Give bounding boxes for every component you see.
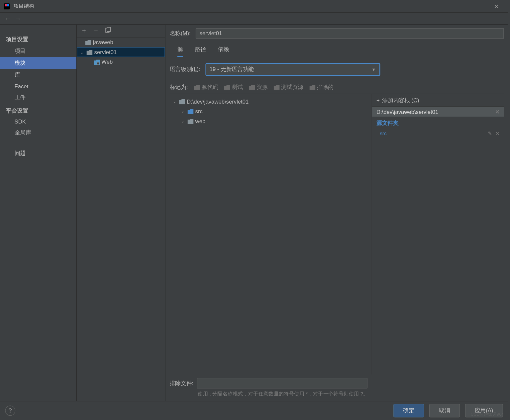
cancel-button[interactable]: 取消 [429, 404, 460, 417]
tabs: 源 路径 依赖 [170, 45, 504, 57]
module-label: Web [101, 59, 113, 65]
sidebar-item-global-libs[interactable]: 全局库 [0, 127, 76, 139]
select-value: 19 - 无新语言功能 [210, 66, 254, 73]
module-tree-item[interactable]: javaweb [77, 38, 165, 47]
chevron-down-icon[interactable]: ⌄ [79, 50, 85, 54]
chevron-down-icon[interactable]: ⌄ [171, 99, 177, 104]
plus-icon: + [376, 97, 380, 104]
tab-paths[interactable]: 路径 [195, 45, 206, 57]
tab-dependencies[interactable]: 依赖 [218, 45, 229, 57]
exclude-files-label: 排除文件: [170, 379, 193, 387]
content-root-tree-item[interactable]: ⌄ D:\dev\javaweb\servlet01 [170, 97, 372, 107]
app-icon [3, 3, 10, 10]
chevron-right-icon[interactable]: › [180, 119, 186, 124]
remove-icon[interactable]: − [92, 27, 100, 35]
folder-icon [188, 119, 194, 124]
watermark: CSDN @伽递964 [470, 411, 504, 417]
chevron-down-icon: ▼ [371, 67, 376, 72]
section-header-project: 项目设置 [0, 34, 76, 45]
ok-button[interactable]: 确定 [393, 404, 424, 417]
module-details: 名称(M): 源 路径 依赖 语言级别(L): 19 - 无新语言功能 ▼ 标 [165, 25, 508, 401]
sidebar-item-modules[interactable]: 模块 [0, 57, 76, 69]
sidebar-item-facet[interactable]: Facet [0, 81, 76, 92]
language-level-select[interactable]: 19 - 无新语言功能 ▼ [205, 63, 380, 76]
titlebar: 项目结构 ✕ [0, 0, 508, 13]
sidebar-item-problems[interactable]: 问题 [0, 147, 76, 159]
settings-sidebar: 项目设置 项目 模块 库 Facet 工件 平台设置 SDK 全局库 问题 [0, 25, 77, 401]
module-name-input[interactable] [196, 28, 504, 39]
module-tree-item[interactable]: ⌄ servlet01 [77, 47, 165, 57]
content-root-row[interactable]: D:\dev\javaweb\servlet01 ✕ [372, 107, 504, 117]
copy-icon[interactable] [104, 27, 112, 35]
edit-icon[interactable]: ✎ [488, 130, 492, 136]
add-content-root[interactable]: + 添加内容根 (C) [372, 94, 504, 107]
mark-resources[interactable]: 资源 [249, 83, 267, 91]
exclude-files-input[interactable] [197, 378, 367, 388]
close-icon[interactable]: ✕ [488, 0, 505, 13]
folder-tree-item[interactable]: › web [170, 116, 372, 126]
modules-panel: + − javaweb ⌄ servlet01 Web [77, 25, 165, 401]
mark-tests[interactable]: 测试 [224, 83, 243, 91]
sidebar-item-project[interactable]: 项目 [0, 45, 76, 57]
mark-sources[interactable]: 源代码 [194, 83, 218, 91]
source-folder-row[interactable]: src ✎ ✕ [372, 129, 504, 137]
mark-excluded[interactable]: 排除的 [309, 83, 334, 91]
bottom-bar: ? 确定 取消 应用(A) [0, 401, 508, 420]
remove-icon[interactable]: ✕ [495, 109, 500, 115]
svg-rect-1 [5, 4, 7, 6]
help-icon[interactable]: ? [5, 405, 15, 416]
content-root-label: D:\dev\javaweb\servlet01 [376, 109, 438, 115]
module-tree-item[interactable]: Web [77, 57, 165, 67]
folder-icon [188, 109, 194, 114]
source-folders-header: 源文件夹 [372, 117, 504, 129]
exclude-hint: 使用 ; 分隔名称模式，对于任意数量的符号使用 *，对于一个符号则使用 ?。 [170, 388, 370, 397]
mark-as-label: 标记为: [170, 83, 188, 91]
section-header-platform: 平台设置 [0, 105, 76, 116]
remove-icon[interactable]: ✕ [495, 130, 500, 136]
folder-label: web [195, 118, 206, 124]
svg-rect-2 [7, 4, 9, 6]
module-label: javaweb [93, 39, 113, 45]
window-title: 项目结构 [14, 3, 34, 10]
sidebar-item-sdk[interactable]: SDK [0, 116, 76, 127]
module-label: servlet01 [94, 49, 117, 55]
back-icon[interactable]: ← [4, 15, 11, 22]
folder-icon [179, 99, 185, 104]
tab-sources[interactable]: 源 [177, 45, 183, 57]
navbar: ← → [0, 13, 508, 25]
language-level-label: 语言级别(L): [170, 66, 200, 73]
sidebar-item-artifacts[interactable]: 工件 [0, 92, 76, 104]
web-icon [94, 59, 100, 64]
folder-icon [86, 49, 92, 54]
svg-rect-4 [107, 27, 110, 31]
chevron-right-icon[interactable]: › [180, 109, 186, 114]
folder-icon [85, 40, 91, 45]
folder-label: src [195, 108, 203, 115]
source-folder-name: src [380, 130, 387, 136]
name-label: 名称(M): [170, 30, 191, 37]
add-icon[interactable]: + [80, 27, 88, 35]
sidebar-item-libraries[interactable]: 库 [0, 69, 76, 81]
svg-point-5 [97, 62, 99, 65]
forward-icon[interactable]: → [15, 15, 22, 22]
mark-test-resources[interactable]: 测试资源 [273, 83, 303, 91]
folder-tree-item[interactable]: › src [170, 107, 372, 117]
content-root-path: D:\dev\javaweb\servlet01 [187, 98, 249, 105]
